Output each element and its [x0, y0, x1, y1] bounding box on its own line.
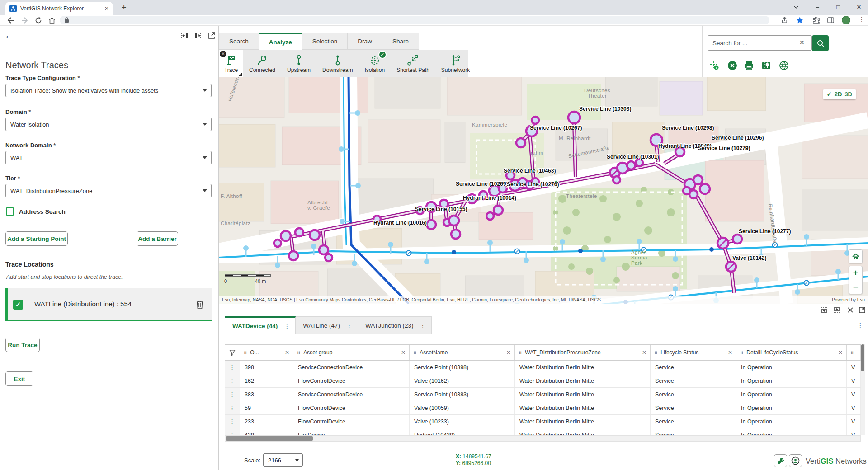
zoom-out-button[interactable]: − — [849, 280, 862, 294]
search-button[interactable] — [812, 35, 829, 51]
browser-tab[interactable]: VertiGIS Network Explorer ✕ — [5, 2, 113, 15]
user-button[interactable] — [789, 454, 802, 467]
row-menu-icon[interactable]: ⋮ — [225, 388, 240, 401]
filter-header-cell[interactable] — [225, 345, 240, 360]
tab-menu-icon[interactable]: ⋮ — [284, 323, 290, 329]
dock-window-down-icon[interactable] — [833, 306, 841, 314]
drag-handle-icon[interactable]: ⠿ — [850, 350, 854, 355]
tab-share[interactable]: Share — [382, 33, 419, 50]
cancel-icon[interactable] — [727, 60, 738, 71]
add-starting-point-button[interactable]: Add a Starting Point — [5, 231, 68, 246]
view-3d[interactable]: 3D — [844, 91, 852, 98]
browser-menu-icon[interactable]: ⋮ — [859, 16, 865, 23]
row-menu-icon[interactable]: ⋮ — [225, 361, 240, 374]
tab-menu-icon[interactable]: ⋮ — [346, 322, 352, 329]
tab-watline[interactable]: WATLine (47)⋮ — [296, 316, 358, 334]
search-clear-icon[interactable]: ✕ — [799, 39, 805, 46]
view-2d[interactable]: 2D — [835, 91, 842, 98]
trace-tool-button[interactable]: ✕ Trace — [219, 50, 243, 77]
drag-handle-icon[interactable]: ⠿ — [654, 350, 657, 355]
window-maximize-button[interactable]: □ — [832, 2, 844, 13]
dock-window-up-icon[interactable] — [820, 306, 828, 314]
tab-search[interactable]: Search — [219, 33, 259, 50]
remove-column-icon[interactable]: ✕ — [642, 349, 646, 356]
remove-column-icon[interactable]: ✕ — [728, 349, 732, 356]
column-header[interactable]: ⠿O...✕ — [240, 345, 293, 360]
browser-home-icon[interactable] — [48, 16, 56, 24]
drag-handle-icon[interactable]: ⠿ — [740, 350, 743, 355]
row-menu-icon[interactable]: ⋮ — [225, 428, 240, 435]
browser-forward-icon[interactable] — [21, 16, 29, 24]
drag-handle-icon[interactable]: ⠿ — [413, 350, 416, 355]
table-row[interactable]: ⋮398ServiceConnectionDeviceService Point… — [225, 361, 861, 374]
scrollbar-thumb[interactable] — [226, 436, 313, 441]
domain-select[interactable]: Water isolation — [5, 118, 212, 131]
esri-link[interactable]: Esri — [857, 297, 865, 302]
table-row[interactable]: ⋮162FlowControlDeviceValve (10162)Water … — [225, 374, 861, 388]
tools-button[interactable] — [774, 454, 787, 467]
add-point-info-icon[interactable]: i — [709, 60, 720, 71]
window-minimize-button[interactable]: – — [811, 2, 824, 13]
print-icon[interactable] — [744, 60, 755, 71]
open-results-window-icon[interactable] — [858, 306, 866, 314]
map-export-icon[interactable] — [761, 60, 772, 71]
horizontal-scrollbar[interactable] — [225, 435, 861, 442]
drag-handle-icon[interactable]: ⠿ — [244, 350, 247, 355]
upstream-tool-button[interactable]: Upstream — [281, 50, 316, 77]
dock-panel-left-icon[interactable] — [180, 31, 189, 40]
tier-select[interactable]: WAT_DistributionPressureZone — [5, 184, 212, 197]
drag-handle-icon[interactable]: ⠿ — [519, 350, 522, 355]
column-header[interactable]: ⠿Lifecycle Status✕ — [651, 345, 736, 360]
scrollbar-thumb[interactable] — [861, 344, 864, 371]
isolation-tool-button[interactable]: Isolation ✓ — [359, 50, 391, 77]
remove-column-icon[interactable]: ✕ — [285, 349, 289, 356]
scale-select[interactable]: 2166 — [263, 453, 303, 467]
tab-watdevice[interactable]: WATDevice (44)⋮ — [225, 316, 296, 334]
table-row[interactable]: ⋮383ServiceConnectionDeviceService Point… — [225, 388, 861, 401]
row-menu-icon[interactable]: ⋮ — [225, 374, 240, 387]
tab-selection[interactable]: Selection — [302, 33, 348, 50]
zoom-in-button[interactable]: + — [849, 266, 862, 280]
tab-close-icon[interactable]: ✕ — [104, 5, 109, 12]
search-input[interactable] — [708, 35, 812, 51]
extensions-puzzle-icon[interactable] — [812, 16, 821, 24]
remove-column-icon[interactable]: ✕ — [838, 349, 843, 356]
exit-button[interactable]: Exit — [5, 371, 33, 386]
column-header[interactable]: ⠿AssetName✕ — [410, 345, 515, 360]
new-tab-button[interactable]: + — [118, 2, 129, 13]
dock-panel-right-icon[interactable] — [193, 31, 203, 40]
window-chevron-icon[interactable] — [790, 2, 802, 13]
shortest-path-tool-button[interactable]: Shortest Path — [391, 50, 435, 77]
profile-avatar[interactable] — [842, 16, 850, 24]
run-trace-button[interactable]: Run Trace — [5, 338, 40, 352]
row-menu-icon[interactable]: ⋮ — [225, 401, 240, 414]
tab-watjunction[interactable]: WATJunction (23)⋮ — [358, 316, 432, 334]
column-header[interactable]: ⠿WAT_DistributionPressureZone✕ — [515, 345, 651, 360]
connected-tool-button[interactable]: Connected — [243, 50, 281, 77]
trace-location-item[interactable]: ✓ WATLine (DistributionLine) : 554 — [5, 288, 212, 321]
remove-column-icon[interactable]: ✕ — [401, 349, 406, 356]
trace-type-select[interactable]: Isolation Trace: Show the next valves wi… — [5, 84, 212, 97]
bookmark-star-icon[interactable] — [796, 16, 804, 24]
row-menu-icon[interactable]: ⋮ — [225, 415, 240, 428]
remove-column-icon[interactable]: ✕ — [506, 349, 511, 356]
column-header-partial[interactable]: ⠿ — [847, 345, 861, 360]
column-header[interactable]: ⠿Asset group✕ — [293, 345, 410, 360]
view-mode-toggle[interactable]: ✓ 2D 3D — [823, 89, 856, 99]
panel-back-button[interactable]: ← — [5, 30, 14, 41]
browser-back-icon[interactable] — [6, 16, 14, 24]
network-domain-select[interactable]: WAT — [5, 151, 212, 164]
drag-handle-icon[interactable]: ⠿ — [297, 350, 300, 355]
column-header[interactable]: ⠿DetailLifeCycleStatus✕ — [736, 345, 847, 360]
vertical-scrollbar[interactable] — [861, 344, 865, 435]
subnetwork-tool-button[interactable]: Subnetwork — [435, 50, 476, 77]
window-close-button[interactable]: ✕ — [853, 2, 865, 13]
map-view[interactable]: Service Line (10303)Service Line (10267)… — [219, 77, 868, 304]
open-in-new-window-icon[interactable] — [207, 31, 216, 40]
share-icon[interactable] — [781, 16, 789, 24]
add-barrier-button[interactable]: Add a Barrier — [137, 231, 178, 246]
globe-icon[interactable] — [778, 60, 789, 71]
table-options-icon[interactable]: ⋮ — [857, 322, 863, 329]
location-checkbox[interactable]: ✓ — [13, 300, 23, 310]
trash-icon[interactable] — [195, 300, 204, 310]
